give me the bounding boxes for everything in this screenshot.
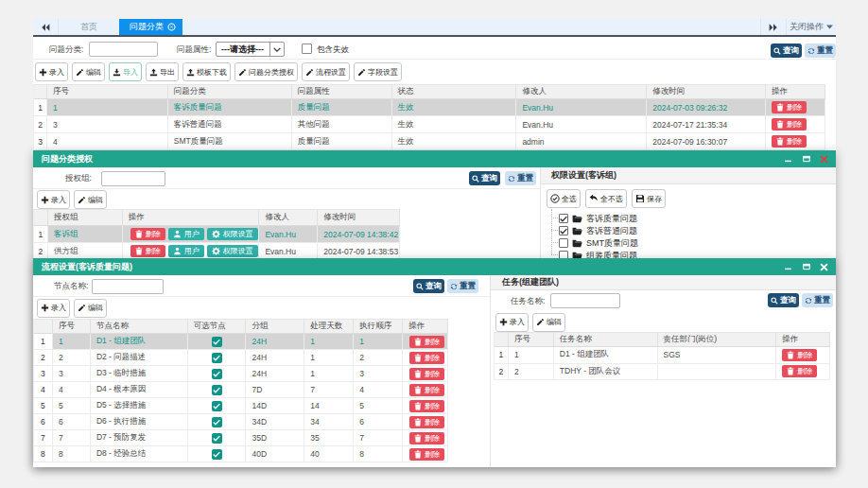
task-name-input[interactable] xyxy=(550,293,620,308)
task-reset-button[interactable]: 重置 xyxy=(802,293,833,307)
delete-button[interactable]: 删除 xyxy=(409,448,444,461)
table-row[interactable]: 11D1 - 组建团队SGS删除 xyxy=(495,347,830,364)
auth-toolbar-button[interactable]: 录入 xyxy=(37,190,70,209)
optional-node-checkbox[interactable] xyxy=(212,433,222,444)
table-row[interactable]: 44D4 - 根本原因7D74删除 xyxy=(34,382,448,398)
permission-settings-button[interactable]: 权限设置 xyxy=(207,245,258,257)
tabs-scroll-right-button[interactable] xyxy=(760,19,786,35)
delete-button[interactable]: 删除 xyxy=(130,245,165,257)
main-toolbar-button[interactable]: 导出 xyxy=(146,62,179,81)
flow-search-button[interactable]: 查询 xyxy=(413,279,444,293)
main-toolbar-button[interactable]: 问题分类授权 xyxy=(234,62,298,81)
minimize-icon[interactable] xyxy=(783,154,793,165)
authorization-table: 授权组操作修改人修改时间1客诉组删除用户权限设置Evan.Hu2024-07-0… xyxy=(33,209,400,260)
table-row[interactable]: 1客诉组删除用户权限设置Evan.Hu2024-07-09 14:38:42 xyxy=(34,226,400,243)
tree-item[interactable]: 客诉质量问题 xyxy=(559,213,637,224)
minimize-icon[interactable] xyxy=(783,262,793,272)
delete-button[interactable]: 删除 xyxy=(409,384,444,396)
row-number-cell: 3 xyxy=(34,366,53,381)
delete-button[interactable]: 删除 xyxy=(409,336,444,348)
auth-search-button[interactable]: 查询 xyxy=(469,171,500,185)
delete-button[interactable]: 删除 xyxy=(409,368,444,380)
table-row[interactable]: 66D6 - 执行措施34D346删除 xyxy=(34,414,448,430)
main-toolbar-button[interactable]: 模板下载 xyxy=(182,62,231,81)
table-row[interactable]: 22D2 - 问题描述24H12删除 xyxy=(34,350,448,366)
main-search-button[interactable]: 查询 xyxy=(771,44,802,58)
task-search-button[interactable]: 查询 xyxy=(768,293,799,307)
tab-close-icon[interactable] xyxy=(167,23,176,31)
delete-button[interactable]: 删除 xyxy=(409,352,444,364)
optional-node-checkbox[interactable] xyxy=(212,417,222,427)
table-row[interactable]: 23客诉普通问题其他问题生效Evan.Hu2024-07-17 21:35:34… xyxy=(34,116,825,133)
main-toolbar-button[interactable]: 流程设置 xyxy=(302,62,350,81)
main-toolbar-button[interactable]: 录入 xyxy=(35,62,68,81)
optional-node-checkbox[interactable] xyxy=(212,369,222,379)
include-invalid-checkbox[interactable] xyxy=(302,44,312,54)
optional-node-checkbox[interactable] xyxy=(212,353,222,363)
close-operations-dropdown[interactable]: 关闭操作 xyxy=(786,19,836,35)
auth-reset-button[interactable]: 重置 xyxy=(505,171,536,185)
tab-problem-category[interactable]: 问题分类 xyxy=(119,19,182,35)
attribute-select[interactable]: ---请选择--- xyxy=(216,42,285,57)
table-row[interactable]: 55D5 - 选择措施14D145删除 xyxy=(34,398,448,414)
flow-reset-button[interactable]: 重置 xyxy=(447,279,478,293)
main-toolbar-button[interactable]: 编辑 xyxy=(72,62,105,81)
maximize-icon[interactable] xyxy=(801,154,811,165)
optional-node-checkbox[interactable] xyxy=(212,449,222,460)
table-header-cell: 修改时间 xyxy=(318,210,400,225)
unchecked-checkbox[interactable] xyxy=(559,238,568,248)
optional-node-checkbox[interactable] xyxy=(212,385,222,395)
flow-toolbar-button[interactable]: 编辑 xyxy=(74,299,107,318)
delete-button[interactable]: 删除 xyxy=(772,135,807,148)
permission-settings-button[interactable]: 权限设置 xyxy=(207,228,258,240)
delete-button[interactable]: 删除 xyxy=(782,365,817,377)
perm-toolbar-button[interactable]: 保存 xyxy=(632,189,666,208)
user-button[interactable]: 用户 xyxy=(168,228,204,240)
close-icon[interactable] xyxy=(819,154,829,165)
delete-button[interactable]: 删除 xyxy=(782,349,817,361)
flow-toolbar: 录入编辑 xyxy=(37,298,107,318)
checked-checkbox[interactable] xyxy=(559,226,568,235)
task-toolbar-button[interactable]: 录入 xyxy=(495,313,529,332)
table-row[interactable]: 88D8 - 经验总结40D408删除 xyxy=(34,446,448,462)
delete-button[interactable]: 删除 xyxy=(772,118,807,131)
delete-button[interactable]: 删除 xyxy=(772,101,807,113)
main-toolbar-button[interactable]: 导入 xyxy=(109,62,142,81)
main-toolbar-button-label: 导入 xyxy=(123,67,138,78)
table-cell: 2024-07-09 16:30:07 xyxy=(647,133,766,149)
flow-toolbar-button-label: 编辑 xyxy=(88,303,103,313)
close-icon[interactable] xyxy=(819,262,829,272)
main-toolbar-button[interactable]: 字段设置 xyxy=(354,62,402,81)
optional-node-checkbox[interactable] xyxy=(212,337,222,347)
row-actions-cell: 删除用户权限设置 xyxy=(123,226,260,242)
table-row[interactable]: 22TDHY - 团队会议删除 xyxy=(495,364,830,381)
flow-toolbar-button[interactable]: 录入 xyxy=(37,299,70,318)
table-header-cell xyxy=(34,320,53,333)
row-actions-cell: 删除 xyxy=(766,116,825,132)
main-reset-button[interactable]: 重置 xyxy=(805,44,836,58)
perm-toolbar-button[interactable]: 全选 xyxy=(547,189,581,208)
delete-button[interactable]: 删除 xyxy=(409,432,444,444)
table-row[interactable]: 11D1 - 组建团队24H11删除 xyxy=(34,334,448,350)
auth-group-input[interactable] xyxy=(101,171,165,186)
category-filter-input[interactable] xyxy=(89,42,158,57)
task-toolbar-button[interactable]: 编辑 xyxy=(532,313,565,332)
tabs-scroll-left-button[interactable] xyxy=(33,19,59,35)
perm-toolbar-button[interactable]: 全不选 xyxy=(585,189,627,208)
delete-button[interactable]: 删除 xyxy=(409,416,444,428)
maximize-icon[interactable] xyxy=(801,262,811,272)
table-row[interactable]: 11客诉质量问题质量问题生效Evan.Hu2024-07-03 09:26:32… xyxy=(34,99,825,116)
table-row[interactable]: 33D3 - 临时措施24H13删除 xyxy=(34,366,448,382)
delete-button[interactable]: 删除 xyxy=(409,400,444,412)
optional-node-checkbox[interactable] xyxy=(212,401,222,411)
tree-item[interactable]: SMT质量问题 xyxy=(559,237,638,249)
tab-home[interactable]: 首页 xyxy=(59,19,119,35)
auth-toolbar-button[interactable]: 编辑 xyxy=(74,190,107,209)
tree-item[interactable]: 客诉普通问题 xyxy=(559,225,637,236)
user-button[interactable]: 用户 xyxy=(168,245,204,257)
table-row[interactable]: 34SMT质量问题质量问题生效admin2024-07-09 16:30:07删… xyxy=(34,133,825,150)
checked-checkbox[interactable] xyxy=(559,214,568,223)
table-row[interactable]: 77D7 - 预防复发35D357删除 xyxy=(34,430,448,446)
node-name-input[interactable] xyxy=(92,279,164,294)
delete-button[interactable]: 删除 xyxy=(130,228,165,240)
